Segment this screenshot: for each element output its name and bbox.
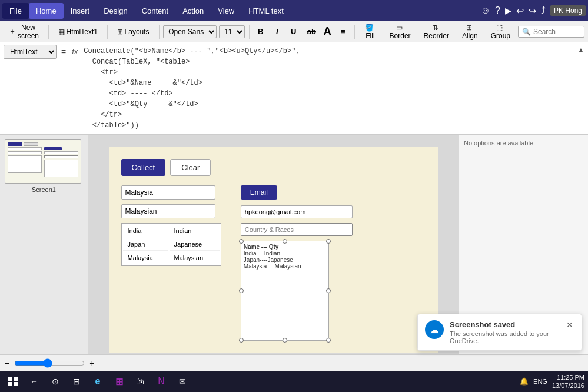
toolbar-separator-2 [107,25,108,39]
handle-bottom-left [239,338,244,343]
help-icon: ? [495,5,500,16]
layouts-icon: ⊞ [117,28,123,36]
table-row: India Indian [123,225,220,237]
handle-bottom-center [283,338,287,343]
right-panel: No options are available. [459,135,588,392]
country-race-input[interactable] [241,223,353,236]
taskbar: ← ⊙ ⊟ e ⊞ 🛍 N ✉ 🔔 ENG 11:25 PM 13/07/201… [0,371,588,392]
user-name: PK Hong [550,5,586,16]
collect-button[interactable]: Collect [121,159,166,176]
powerapps-button[interactable]: ⊞ [109,373,128,390]
menu-home[interactable]: Home [29,3,64,19]
border-button[interactable]: ▭ Border [384,21,416,42]
layouts-button[interactable]: ⊞ Layouts [112,25,155,39]
table-cell-race: Indian [170,225,220,237]
date-display: 13/07/2016 [552,381,584,390]
lang-indicator: ENG [533,378,547,385]
table-row: Japan Japanese [123,238,220,251]
strikethrough-button[interactable]: ab [303,25,317,38]
undo-icon[interactable]: ↩ [516,5,524,16]
play-icon[interactable]: ▶ [505,6,511,15]
handle-mid-left [239,288,244,293]
thumbnail-input1 [8,147,42,150]
formula-equals: = [59,46,68,58]
email-input[interactable] [241,205,353,218]
task-view-button[interactable]: ⊟ [67,373,86,390]
toolbar-separator-4 [249,25,250,39]
toolbar-separator-3 [159,25,160,39]
italic-button[interactable]: I [270,25,284,38]
new-screen-icon: ＋ [9,26,16,36]
menu-design[interactable]: Design [97,3,134,19]
search-box[interactable]: 🔍 [518,26,584,38]
svg-rect-3 [14,382,18,386]
zoom-in-icon[interactable]: + [89,358,94,368]
toast-content: Screenshot saved The screenshot was adde… [450,320,559,344]
emoji-icon: ☺ [481,5,490,16]
menu-view[interactable]: View [211,3,241,19]
reorder-button[interactable]: ⇅ Reorder [418,21,454,42]
thumbnail-html-box [44,160,78,177]
cortana-button[interactable]: ⊙ [46,373,65,390]
malaysian-input[interactable] [121,204,215,218]
handle-top-left [239,239,244,244]
thumbnail-input2 [8,151,42,154]
table-cell-race: Malaysian [170,252,220,264]
formula-expand-btn[interactable]: ▲ [577,46,584,54]
formula-content[interactable]: Concatenate("<b>Name</b> --- ","<b><u>Qt… [81,45,575,132]
thumbnail-email-input [44,151,78,154]
thumbnail-inner [5,140,81,183]
htmltext1-button[interactable]: ▦ HtmlText1 [53,25,103,39]
share-icon[interactable]: ⤴ [541,5,546,16]
font-large-button[interactable]: A [320,23,334,40]
toast-close-button[interactable]: ✕ [565,320,574,330]
menu-insert[interactable]: Insert [64,3,97,19]
data-table: India Indian Japan Japanese Malaysia Mal… [121,223,221,266]
zoom-bar: − + [0,354,588,371]
thumbnail-clear-btn [24,142,38,146]
menu-content[interactable]: Content [135,3,176,19]
onenote-button[interactable]: N [152,373,171,390]
new-screen-button[interactable]: ＋ New screen [4,21,44,43]
group-button[interactable]: ⬚ Group [486,21,516,42]
back-button[interactable]: ← [25,373,44,390]
thumbnail-country-input [44,155,78,158]
font-select[interactable]: Open Sans [163,25,217,38]
underline-button[interactable]: U [287,25,301,38]
edge-button[interactable]: e [88,373,107,390]
time-display: 11:25 PM [552,373,584,381]
table-cell-country: Malaysia [123,252,168,264]
html-display-box[interactable]: Name --- Qty India----Indian Japan----Ja… [241,241,329,341]
notification-icon: 🔔 [520,377,529,386]
formula-control-select[interactable]: HtmlText [4,45,57,59]
handle-top-right [326,239,331,244]
toast-title: Screenshot saved [450,320,559,329]
bold-button[interactable]: B [254,25,268,38]
screen-thumbnail[interactable] [5,139,81,184]
malaysia-input[interactable] [121,185,215,200]
zoom-out-icon[interactable]: − [5,358,9,368]
windows-button[interactable] [4,373,22,390]
store-button[interactable]: 🛍 [131,373,150,390]
align-btn[interactable]: ⊞ Align [457,21,483,42]
no-options-text: No options are available. [464,139,583,147]
email-taskbar-button[interactable]: ✉ [173,373,192,390]
toast-body: The screenshot was added to your OneDriv… [450,330,559,344]
align-button[interactable]: ≡ [336,25,350,38]
menu-action[interactable]: Action [175,3,211,19]
handle-mid-right [326,288,331,293]
zoom-slider[interactable] [14,358,85,368]
menu-file[interactable]: File [2,3,29,19]
search-input[interactable] [533,28,580,36]
clear-button[interactable]: Clear [170,159,211,176]
menu-htmltext[interactable]: HTML text [241,3,290,19]
menu-bar: File Home Insert Design Content Action V… [0,0,588,21]
email-button[interactable]: Email [241,185,277,200]
thumbnail-buttons [8,142,78,146]
font-size-select[interactable]: 11 [219,25,245,38]
control-icon: ▦ [58,28,65,36]
group-icon: ⬚ [496,24,503,32]
fill-button[interactable]: 🪣 Fill [358,21,381,42]
onedrive-icon: ☁ [425,320,444,339]
redo-icon[interactable]: ↪ [529,5,536,16]
